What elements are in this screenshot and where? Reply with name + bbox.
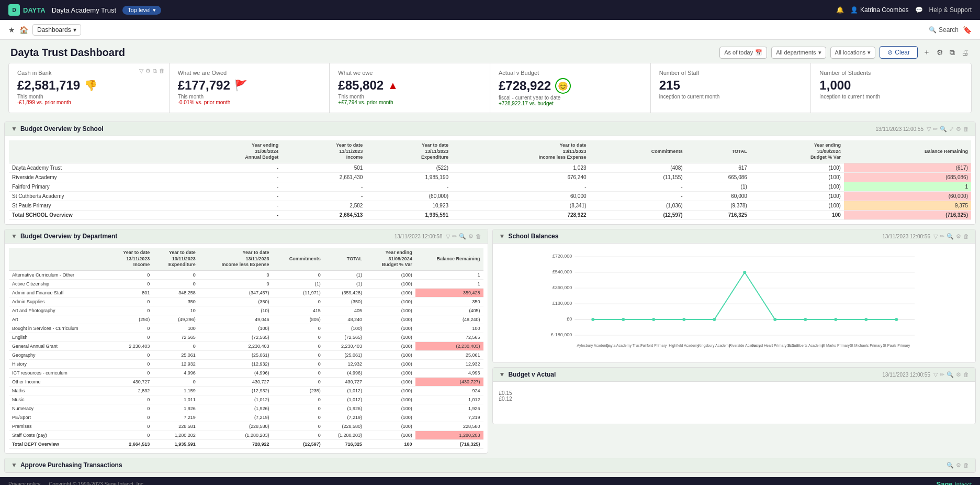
svg-point-14 [652,318,655,321]
delete-icon[interactable]: 🗑 [159,68,165,74]
col-dept [9,248,108,271]
copy-icon[interactable]: ⧉ [153,68,157,74]
svg-text:£360,000: £360,000 [552,285,572,290]
col-ytd-income-less-exp: Year to date13/11/2023Income less Expens… [452,140,590,163]
svg-point-22 [895,318,898,321]
collapse-icon[interactable]: ▼ [11,461,17,469]
table-row: Alternative Curriculum - Other [9,271,108,280]
search-icon[interactable]: 🔍 [947,462,954,469]
privacy-link[interactable]: Privacy policy [8,481,40,485]
col-income-less-exp: Year to date13/11/2023Income less Expens… [199,248,273,271]
level-selector[interactable]: Top level ▾ [122,6,161,15]
collapse-icon[interactable]: ▼ [499,233,505,240]
what-we-are-owed-card: What we are Owed £177,792 🚩 This month -… [170,63,330,113]
department-selector[interactable]: All departments ▾ [771,47,826,59]
flag-icon: 🚩 [234,79,247,92]
dashboards-label: Dashboards [37,26,71,34]
table-row: Premises [9,422,108,431]
chat-icon: 💬 [915,6,923,14]
settings-icon[interactable]: ⚙ [956,371,961,378]
chat-button[interactable]: 💬 [915,6,923,14]
maximize-icon[interactable]: ⤢ [949,126,954,133]
dashboards-selector[interactable]: Dashboards ▾ [32,24,81,36]
col-balance-rem: Balance Remaining [415,248,483,271]
copyright-text: Copyright © 1999-2023 Sage Intacct, Inc. [49,481,145,485]
location-selector[interactable]: All locations ▾ [830,47,876,59]
edit-icon[interactable]: ✏ [452,233,457,240]
settings-icon[interactable]: ⚙ [468,233,474,240]
filter-icon[interactable]: ▽ [446,233,450,240]
svg-text:£720,000: £720,000 [552,253,572,259]
kpi-sub: This month [338,94,481,100]
col-income: Year to date13/11/2023Income [108,248,153,271]
svg-text:£0: £0 [567,316,572,322]
col-ytd-expenditure: Year to date13/11/2023Expenditure [366,140,452,163]
search-icon[interactable]: 🔍 [940,126,947,133]
filter-icon[interactable]: ▽ [139,68,143,74]
table-row: Total SCHOOL Overview [9,211,180,220]
settings-icon[interactable]: ⚙ [145,68,151,74]
collapse-icon[interactable]: ▼ [11,125,17,133]
edit-icon[interactable]: ✏ [940,371,944,378]
svg-point-18 [773,318,776,321]
cash-in-bank-card: ▽ ⚙ ⧉ 🗑 Cash in Bank £2,581,719 👎 This m… [9,63,170,113]
copy-button[interactable]: ⧉ [949,47,956,58]
intacct-logo: Intacct [955,481,972,485]
as-of-date-selector[interactable]: As of today 📅 [719,47,767,59]
budget-v-actual-chart: £0.15 £0.12 [493,382,976,424]
settings-icon[interactable]: ⚙ [956,233,961,240]
filter-icon[interactable]: ▽ [933,233,938,240]
kpi-value: £728,922 😊 [499,78,642,94]
delete-icon[interactable]: 🗑 [963,126,969,133]
table-row: Admin and Finance Staff [9,289,108,297]
clear-button[interactable]: ⊘ Clear [880,46,918,59]
edit-icon[interactable]: ✏ [933,126,938,133]
home-icon[interactable]: 🏠 [19,26,28,34]
settings-icon[interactable]: ⚙ [956,126,961,133]
thumbs-down-icon: 👎 [84,79,97,92]
delete-icon[interactable]: 🗑 [963,371,969,378]
delete-icon[interactable]: 🗑 [963,233,969,240]
school-budget-table-wrapper: Year ending31/08/2024Annual Budget Year … [5,136,975,224]
settings-icon[interactable]: ⚙ [956,462,961,469]
search-button[interactable]: 🔍 Search [929,26,959,34]
bookmark-icon[interactable]: 🔖 [963,26,972,34]
section-title: Approve Purchasing Transactions [20,461,943,469]
search-icon[interactable]: 🔍 [459,233,466,240]
table-row: Staff Costs (pay) [9,431,108,440]
notifications-button[interactable]: 🔔 [836,6,844,14]
user-profile[interactable]: 👤 Katrina Coombes [850,6,909,14]
table-row: Admin Supplies [9,297,108,306]
print-button[interactable]: 🖨 [960,47,970,58]
kpi-sub: inception to current month [659,94,803,100]
edit-icon[interactable]: ✏ [940,233,944,240]
app-logo[interactable]: D DAYTA [8,4,46,16]
filter-icon[interactable]: ▽ [927,126,931,133]
what-we-owe-card: What we owe £85,802 ▲ This month +£7,794… [330,63,490,113]
search-icon[interactable]: 🔍 [947,371,954,378]
two-col-section: ▼ Budget Overview by Department 13/11/20… [4,229,976,454]
help-link[interactable]: Help & Support [929,6,972,14]
svg-point-15 [682,318,685,321]
school-budget-table: Year ending31/08/2024Annual Budget Year … [9,140,971,220]
kpi-change: -£1,899 vs. prior month [17,100,161,105]
kpi-change: +728,922.17 vs. budget [499,101,642,106]
collapse-icon[interactable]: ▼ [499,371,505,378]
search-icon[interactable]: 🔍 [947,233,954,240]
settings-button[interactable]: ⚙ [936,47,944,58]
table-row: Art and Photography [9,306,108,315]
filter-icon[interactable]: ▽ [933,371,938,378]
delete-icon[interactable]: 🗑 [476,233,481,240]
star-icon[interactable]: ★ [8,26,15,34]
org-name: Dayta Academy Trust [52,6,117,14]
add-widget-button[interactable]: ＋ [922,47,931,58]
svg-text:Fairford Primary: Fairford Primary [640,344,667,348]
delete-icon[interactable]: 🗑 [963,462,969,469]
kpi-sub: This month [17,94,161,100]
logo-text: DAYTA [23,6,46,14]
collapse-icon[interactable]: ▼ [11,233,17,240]
number-of-students-card: Number of Students 1,000 inception to cu… [811,63,971,113]
table-row: History [9,360,108,369]
logo-icon: D [8,4,20,16]
table-row: Geography [9,351,108,360]
